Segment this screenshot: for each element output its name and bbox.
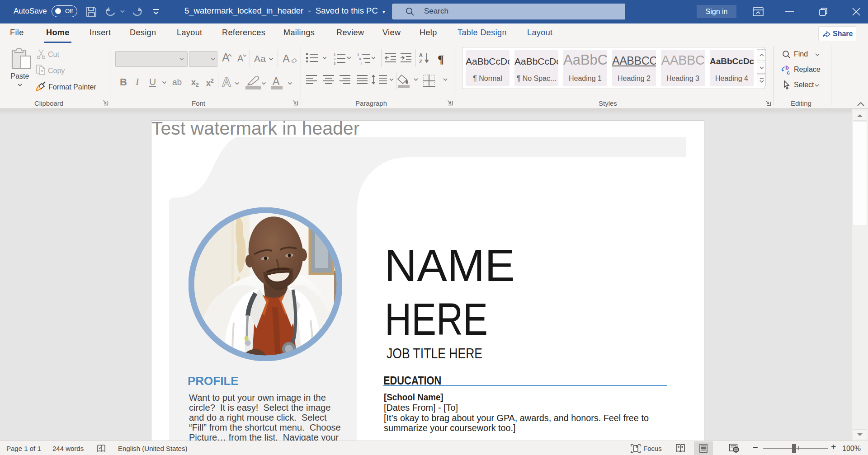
svg-text:¶: ¶ (438, 53, 444, 65)
svg-text:A: A (419, 52, 423, 58)
svg-text:i: i (361, 61, 362, 65)
svg-text:1: 1 (357, 52, 359, 56)
svg-text:c: c (787, 69, 790, 75)
svg-text:2: 2 (334, 57, 336, 61)
svg-text:3: 3 (334, 61, 336, 65)
svg-text:a: a (359, 57, 361, 61)
svg-text:1: 1 (334, 52, 336, 56)
svg-text:Z: Z (419, 59, 422, 64)
